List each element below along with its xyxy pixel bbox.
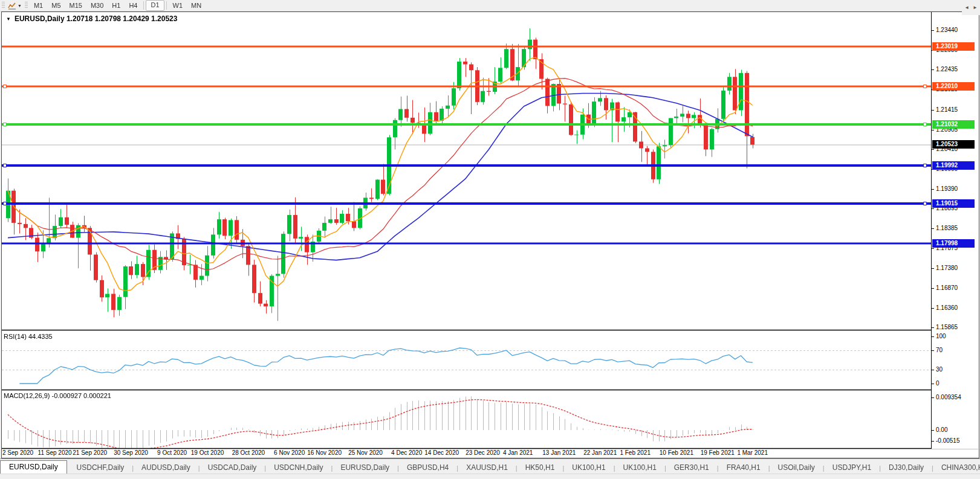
trading-terminal: ▼ M1M5M15M30H1H4D1W1MN ▼EURUSD,Daily 1.2… bbox=[0, 0, 980, 479]
tab-china300-h1[interactable]: CHINA300,H1 bbox=[933, 461, 980, 474]
price-tick-1.16870-tick bbox=[932, 288, 934, 289]
price-tick-1.18385-tick bbox=[932, 228, 934, 229]
tab-usdjpy-h1[interactable]: USDJPY,H1 bbox=[825, 461, 879, 474]
dropdown-caret-icon[interactable]: ▼ bbox=[18, 4, 22, 8]
timeframe-button-m5[interactable]: M5 bbox=[47, 1, 65, 10]
date-tick: 10 Feb 2021 bbox=[660, 449, 693, 456]
tab-audusd-daily[interactable]: AUDUSD,Daily bbox=[134, 461, 198, 474]
date-tick: 16 Nov 2020 bbox=[307, 449, 342, 456]
date-tick: 25 Nov 2020 bbox=[348, 449, 383, 456]
hline-badge-1.23019[interactable]: 1.23019 bbox=[932, 42, 975, 51]
timeframe-buttons: M1M5M15M30H1H4D1W1MN bbox=[30, 0, 206, 11]
macd-tick--0.00515: -0.00515 bbox=[936, 437, 959, 444]
rsi-tick-100-tick bbox=[932, 336, 934, 337]
tab-dj30-daily[interactable]: DJ30,Daily bbox=[881, 461, 932, 474]
toolbar-separator bbox=[166, 1, 167, 10]
date-axis[interactable]: 2 Sep 202011 Sep 202021 Sep 202030 Sep 2… bbox=[2, 449, 930, 457]
current-price-badge: 1.20523 bbox=[932, 140, 975, 149]
macd-tick-0.00-tick bbox=[932, 430, 934, 431]
toolbar: ▼ M1M5M15M30H1H4D1W1MN bbox=[0, 0, 980, 11]
price-tick-1.18895-tick bbox=[932, 208, 934, 209]
hline-badge-1.19992[interactable]: 1.19992 bbox=[932, 161, 975, 170]
price-tick-1.22435-tick bbox=[932, 69, 934, 70]
rsi-tick-70: 70 bbox=[936, 347, 943, 353]
price-tick-1.16360: 1.16360 bbox=[936, 304, 958, 311]
price-tick-1.20410-tick bbox=[932, 149, 934, 150]
timeframe-button-d1[interactable]: D1 bbox=[146, 0, 164, 11]
date-tick: 1 Feb 2021 bbox=[620, 449, 651, 456]
date-tick: 21 Sep 2020 bbox=[73, 449, 107, 456]
rsi-tick-0: 0 bbox=[936, 380, 939, 387]
price-tick-1.21415-tick bbox=[932, 110, 934, 111]
price-tick-1.23440-tick bbox=[932, 30, 934, 31]
timeframe-button-mn[interactable]: MN bbox=[187, 1, 206, 10]
price-tick-1.17380-tick bbox=[932, 268, 934, 269]
chart-title-text: EURUSD,Daily 1.20718 1.20798 1.20429 1.2… bbox=[15, 14, 178, 23]
tab-hk50-h1[interactable]: HK50,H1 bbox=[518, 461, 563, 474]
rsi-tick-70-tick bbox=[932, 350, 934, 351]
date-tick: 9 Oct 2020 bbox=[157, 449, 187, 456]
hline-badge-1.17998[interactable]: 1.17998 bbox=[932, 239, 975, 248]
price-tick-1.21415: 1.21415 bbox=[936, 106, 958, 113]
tab-scroll-right-icon[interactable]: ► bbox=[973, 5, 978, 10]
price-tick-1.17875-tick bbox=[932, 248, 934, 249]
chart-tool-icon[interactable]: ▼ bbox=[7, 2, 23, 10]
tab-uk100-h1[interactable]: UK100,H1 bbox=[615, 461, 664, 474]
date-tick: 19 Feb 2021 bbox=[701, 449, 735, 456]
timeframe-button-h1[interactable]: H1 bbox=[108, 1, 125, 10]
timeframe-button-m30[interactable]: M30 bbox=[86, 1, 108, 10]
price-tick-1.17380: 1.17380 bbox=[936, 265, 958, 271]
tab-usdchf-daily[interactable]: USDCHF,Daily bbox=[69, 461, 132, 474]
price-tick-1.19390-tick bbox=[932, 189, 934, 190]
rsi-tick-100: 100 bbox=[936, 333, 946, 339]
rsi-tick-30-tick bbox=[932, 370, 934, 370]
timeframe-button-h4[interactable]: H4 bbox=[125, 1, 141, 10]
rsi-tick-30: 30 bbox=[936, 366, 943, 373]
tab-usdcad-daily[interactable]: USDCAD,Daily bbox=[200, 461, 265, 474]
tab-gbpusd-h4[interactable]: GBPUSD,H4 bbox=[399, 461, 456, 474]
tab-ger30-h1[interactable]: GER30,H1 bbox=[666, 461, 717, 474]
chart-canvas[interactable] bbox=[0, 0, 980, 479]
date-tick: 2 Sep 2020 bbox=[2, 449, 33, 456]
date-tick: 6 Nov 2020 bbox=[274, 449, 305, 456]
tab-usoil-daily[interactable]: USOil,Daily bbox=[770, 461, 823, 474]
tab-eurusd-daily[interactable]: EURUSD,Daily bbox=[333, 461, 397, 474]
toolbar-grip2[interactable] bbox=[25, 2, 28, 9]
hline-badge-1.19015[interactable]: 1.19015 bbox=[932, 199, 975, 208]
price-tick-1.18385: 1.18385 bbox=[936, 225, 958, 231]
date-tick: 1 Mar 2021 bbox=[737, 449, 768, 456]
date-tick: 4 Jan 2021 bbox=[503, 449, 533, 456]
tab-uk100-h1[interactable]: UK100,H1 bbox=[564, 461, 613, 474]
timeframe-button-m1[interactable]: M1 bbox=[30, 1, 47, 10]
tab-eurusd-daily[interactable]: EURUSD,Daily bbox=[0, 460, 67, 474]
macd-tick-0.009354-tick bbox=[932, 397, 934, 398]
macd-tick-0.00: 0.00 bbox=[936, 426, 947, 433]
rsi-pane-label: RSI(14) 44.4335 bbox=[4, 333, 53, 340]
price-axis[interactable]: 1.234401.229301.224351.219251.214151.209… bbox=[931, 11, 980, 449]
price-tick-1.22435: 1.22435 bbox=[936, 66, 958, 72]
macd-tick--0.00515-tick bbox=[932, 441, 934, 442]
date-tick: 23 Dec 2020 bbox=[466, 449, 500, 456]
rsi-tick-0-tick bbox=[932, 384, 934, 384]
tab-scroll-arrows: ◄ ► bbox=[962, 0, 980, 15]
date-tick: 4 Dec 2020 bbox=[391, 449, 422, 456]
hline-badge-1.21032[interactable]: 1.21032 bbox=[932, 120, 975, 129]
price-tick-1.20905-tick bbox=[932, 130, 934, 130]
timeframe-button-m15[interactable]: M15 bbox=[65, 1, 86, 10]
zigzag-icon bbox=[8, 2, 16, 10]
tab-usdcnh-daily[interactable]: USDCNH,Daily bbox=[266, 461, 331, 474]
date-tick: 22 Jan 2021 bbox=[583, 449, 617, 456]
timeframe-button-w1[interactable]: W1 bbox=[169, 1, 187, 10]
hline-badge-1.22010[interactable]: 1.22010 bbox=[932, 82, 975, 91]
chart-symbol-caret-icon[interactable]: ▼ bbox=[6, 16, 11, 22]
price-tick-1.16870: 1.16870 bbox=[936, 285, 958, 291]
tab-scroll-left-icon[interactable]: ◄ bbox=[964, 5, 969, 10]
status-strip bbox=[0, 474, 980, 479]
toolbar-separator bbox=[143, 1, 144, 10]
tab-fra40-h1[interactable]: FRA40,H1 bbox=[719, 461, 768, 474]
toolbar-grip[interactable] bbox=[2, 2, 5, 9]
date-tick: 30 Sep 2020 bbox=[114, 449, 148, 456]
tab-xauusd-h1[interactable]: XAUUSD,H1 bbox=[458, 461, 516, 474]
macd-pane-label: MACD(12,26,9) -0.000927 0.000221 bbox=[4, 392, 111, 399]
date-tick: 19 Oct 2020 bbox=[191, 449, 224, 456]
